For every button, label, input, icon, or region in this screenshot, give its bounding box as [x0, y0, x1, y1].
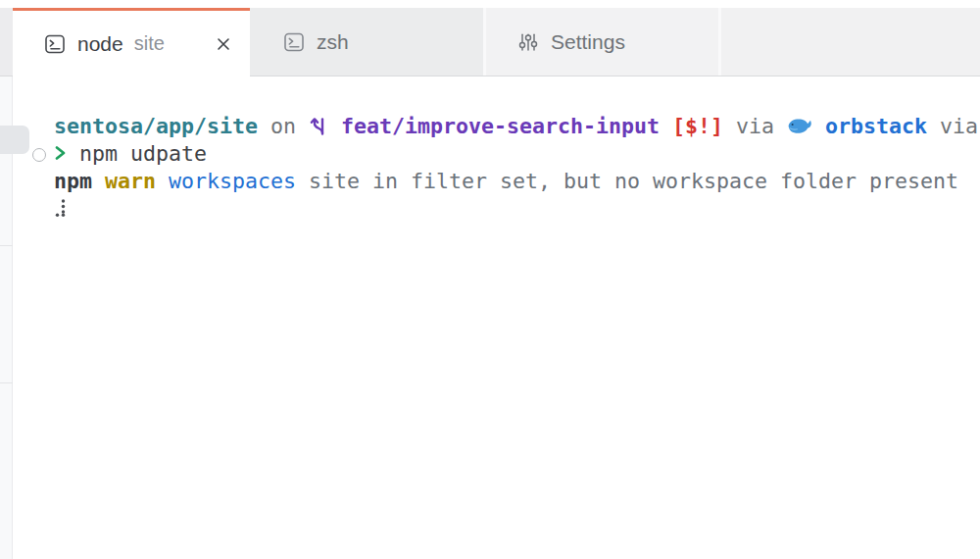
- warn-level: warn: [105, 169, 156, 193]
- warn-topic: workspaces: [169, 169, 296, 193]
- command-line: npm udpate: [0, 139, 980, 167]
- tab-node-site[interactable]: node site: [13, 8, 250, 76]
- npm-word: npm: [54, 169, 92, 193]
- npm-warn-line: npm warn workspaces site in filter set, …: [0, 167, 980, 194]
- tab-subtitle: site: [134, 32, 165, 55]
- via-word: via: [940, 114, 978, 138]
- tab-title: zsh: [317, 30, 349, 54]
- container-name: orbstack: [825, 114, 927, 138]
- git-status-flags: [$!]: [672, 114, 723, 138]
- terminal-icon: [44, 33, 66, 55]
- prompt-chevron-icon: [54, 142, 67, 164]
- panel-divider: [0, 382, 13, 383]
- typed-command: npm udpate: [79, 141, 207, 166]
- tab-title: Settings: [551, 30, 625, 54]
- cwd-path: sentosa/app/site: [54, 114, 258, 138]
- git-branch-name: feat/improve-search-input: [341, 114, 660, 138]
- braille-spinner-icon: [54, 197, 68, 219]
- tab-settings[interactable]: Settings: [486, 8, 718, 76]
- tab-bar: node site zsh: [0, 8, 980, 76]
- via-word: via: [736, 114, 774, 138]
- sliders-icon: [517, 31, 539, 53]
- tab-title: node: [77, 32, 123, 56]
- tab-bar-left-filler: [0, 8, 13, 76]
- close-icon[interactable]: [213, 33, 234, 55]
- whale-icon: [787, 116, 812, 136]
- terminal-icon: [283, 31, 305, 53]
- tab-zsh[interactable]: zsh: [250, 8, 483, 76]
- tab-bar-right-filler: [721, 8, 980, 76]
- terminal-output[interactable]: sentosa/app/site on feat/improve-search-…: [0, 112, 980, 222]
- panel-divider: [0, 245, 13, 246]
- git-branch-icon: [309, 114, 328, 137]
- prompt-line: sentosa/app/site on feat/improve-search-…: [0, 112, 980, 139]
- spinner-line: [0, 194, 980, 222]
- warn-message: site in filter set, but no workspace fol…: [309, 169, 958, 193]
- on-word: on: [270, 114, 296, 138]
- terminal-window: node site zsh: [0, 0, 980, 559]
